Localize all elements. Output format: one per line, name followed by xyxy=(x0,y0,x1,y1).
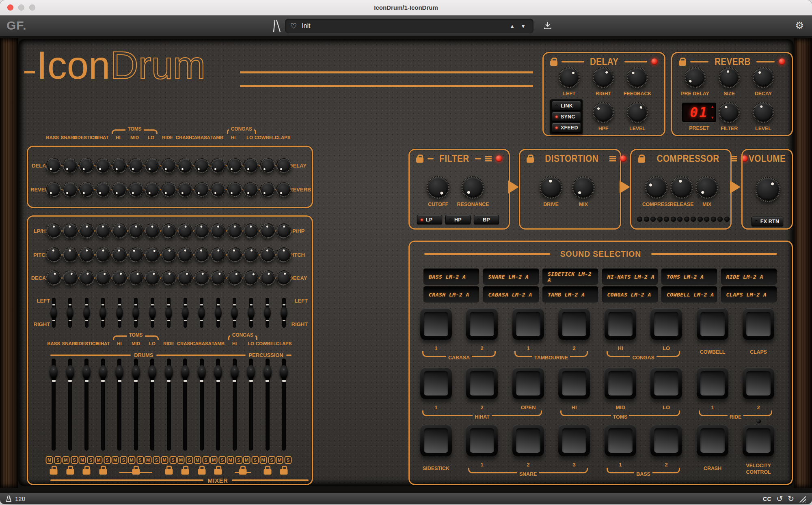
settings-gear-icon[interactable]: ⚙ xyxy=(795,20,804,31)
mix-knob[interactable] xyxy=(695,176,718,199)
drum-pad-congas-lo[interactable] xyxy=(650,308,682,340)
drum-pad-cowbell[interactable] xyxy=(697,308,728,340)
drum-pad-crash[interactable] xyxy=(697,425,728,456)
mute-button[interactable]: M xyxy=(194,456,201,464)
send-reverb-toms-hi-knob[interactable] xyxy=(112,182,127,197)
send-delay-congas-hi-knob[interactable] xyxy=(227,158,242,173)
mixer-lp-hp-cowbell-knob[interactable] xyxy=(260,223,275,239)
pan-slider-bass[interactable] xyxy=(49,298,58,328)
lp-button[interactable]: LP xyxy=(417,215,442,224)
preset-name[interactable]: Init xyxy=(302,22,510,30)
mixer-lp-hp-sidestick-knob[interactable] xyxy=(79,223,94,239)
pan-handle[interactable] xyxy=(281,307,287,319)
pan-handle[interactable] xyxy=(67,307,73,319)
sound-cell-congas-lm-2-a[interactable]: CONGAS LM-2 A xyxy=(602,286,658,303)
link-button[interactable]: LINK xyxy=(552,101,581,111)
fader-handle[interactable] xyxy=(280,365,288,379)
send-reverb-cabasa-knob[interactable] xyxy=(194,182,209,197)
size-knob[interactable] xyxy=(719,67,740,88)
drive-knob[interactable] xyxy=(540,176,562,199)
pan-handle[interactable] xyxy=(149,307,156,319)
decay-knob[interactable] xyxy=(753,67,774,88)
drum-pad-snare-1[interactable] xyxy=(466,425,498,456)
sound-cell-claps-lm-2-a[interactable]: CLAPS LM-2 A xyxy=(721,286,777,303)
level-knob[interactable] xyxy=(627,102,648,123)
solo-button[interactable]: S xyxy=(235,456,242,464)
fader-handle[interactable] xyxy=(82,365,91,379)
undo-icon[interactable]: ↺ xyxy=(776,495,783,503)
drum-pad-ride-2[interactable] xyxy=(743,367,774,399)
mute-button[interactable]: M xyxy=(112,456,119,464)
solo-button[interactable]: S xyxy=(136,456,144,464)
volume-fader-snare[interactable] xyxy=(65,359,75,451)
mixer-lp-hp-claps-knob[interactable] xyxy=(276,223,292,239)
mixer-lp-hp-toms-hi-knob[interactable] xyxy=(112,223,127,239)
send-reverb-toms-mid-knob[interactable] xyxy=(128,182,144,197)
volume-fader-congas-hi[interactable] xyxy=(230,359,240,451)
drum-pad-snare-3[interactable] xyxy=(558,425,590,456)
mixer-lp-hp-toms-mid-knob[interactable] xyxy=(128,223,144,239)
feedback-knob[interactable] xyxy=(627,67,648,88)
release-knob[interactable] xyxy=(670,176,693,199)
solo-button[interactable]: S xyxy=(120,456,127,464)
drum-pad-toms-lo[interactable] xyxy=(650,367,682,399)
mixer-lp-hp-cabasa-knob[interactable] xyxy=(194,223,209,239)
resonance-knob[interactable] xyxy=(462,176,484,199)
pan-slider-toms-lo[interactable] xyxy=(148,298,157,328)
mixer-lp-hp-bass-knob[interactable] xyxy=(46,223,61,239)
pre-delay-knob[interactable] xyxy=(685,67,706,88)
mixer-pitch-bass-knob[interactable] xyxy=(46,247,61,262)
hp-button[interactable]: HP xyxy=(445,215,471,224)
send-delay-snare-knob[interactable] xyxy=(63,158,78,173)
fader-handle[interactable] xyxy=(50,365,58,379)
pan-slider-hihat[interactable] xyxy=(99,298,108,328)
lock-icon[interactable] xyxy=(280,469,288,475)
lock-icon[interactable] xyxy=(99,469,107,475)
fader-handle[interactable] xyxy=(214,365,222,379)
level-knob[interactable] xyxy=(753,102,774,123)
knob-knob[interactable] xyxy=(755,177,780,202)
sound-cell-bass-lm-2-a[interactable]: BASS LM-2 A xyxy=(423,269,479,285)
pan-handle[interactable] xyxy=(182,307,189,319)
drum-pad-ride-1[interactable] xyxy=(697,367,728,399)
solo-button[interactable]: S xyxy=(54,456,62,464)
preset-browser[interactable]: ♡ Init ▲ ▼ xyxy=(285,19,533,33)
mixer-pitch-toms-hi-knob[interactable] xyxy=(112,247,127,262)
pan-handle[interactable] xyxy=(132,307,139,319)
fx-return-button[interactable]: FX RTN xyxy=(752,217,783,226)
send-reverb-hihat-knob[interactable] xyxy=(95,182,111,197)
volume-fader-congas-lo[interactable] xyxy=(246,359,256,451)
lock-icon[interactable] xyxy=(83,469,91,475)
mute-button[interactable]: M xyxy=(161,456,168,464)
sound-cell-toms-lm-2-a[interactable]: TOMS LM-2 A xyxy=(661,269,717,285)
pan-slider-ride[interactable] xyxy=(164,298,173,328)
fader-handle[interactable] xyxy=(247,365,255,379)
solo-button[interactable]: S xyxy=(71,456,78,464)
mute-button[interactable]: M xyxy=(276,456,283,464)
mixer-decay-bass-knob[interactable] xyxy=(46,270,61,286)
sound-cell-cowbell-lm-2-a[interactable]: COWBELL LM-2 A xyxy=(661,286,717,303)
solo-button[interactable]: S xyxy=(169,456,177,464)
preset-down-icon[interactable]: ▼ xyxy=(710,116,714,120)
xfeed-button[interactable]: XFEED xyxy=(552,123,581,133)
hpf-knob[interactable] xyxy=(593,102,614,123)
mixer-pitch-toms-mid-knob[interactable] xyxy=(128,247,144,262)
mute-button[interactable]: M xyxy=(46,456,53,464)
mixer-pitch-ride-knob[interactable] xyxy=(161,247,177,262)
favorite-icon[interactable]: ♡ xyxy=(290,22,297,30)
bp-button[interactable]: BP xyxy=(474,215,499,224)
mixer-decay-hihat-knob[interactable] xyxy=(95,270,111,286)
volume-fader-toms-mid[interactable] xyxy=(131,359,141,451)
solo-button[interactable]: S xyxy=(252,456,259,464)
drum-pad-cabasa-1[interactable] xyxy=(420,308,452,340)
lock-icon[interactable] xyxy=(181,469,189,475)
send-reverb-crash-knob[interactable] xyxy=(177,182,193,197)
send-delay-toms-lo-knob[interactable] xyxy=(145,158,160,173)
mixer-lp-hp-ride-knob[interactable] xyxy=(161,223,177,239)
lock-icon[interactable] xyxy=(198,469,205,475)
drum-pad-bass-1[interactable] xyxy=(605,425,636,456)
mixer-lp-hp-toms-lo-knob[interactable] xyxy=(145,223,160,239)
send-reverb-bass-knob[interactable] xyxy=(46,182,61,197)
send-reverb-toms-lo-knob[interactable] xyxy=(145,182,160,197)
drum-pad-snare-2[interactable] xyxy=(512,425,544,456)
